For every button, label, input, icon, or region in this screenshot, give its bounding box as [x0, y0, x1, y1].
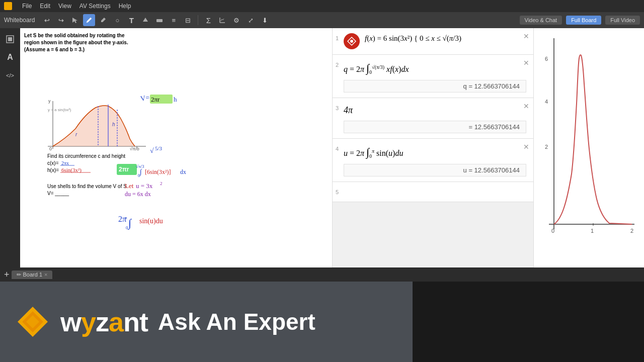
board-tab-label: Board 1	[23, 272, 43, 278]
step-2-close[interactable]: ✕	[523, 59, 529, 67]
share-button[interactable]: ⤢	[245, 14, 257, 26]
step-number-3: 3	[336, 105, 339, 111]
left-sidebar: A </>	[0, 28, 20, 267]
highlight-button[interactable]	[139, 14, 151, 26]
menu-file[interactable]: File	[22, 3, 32, 10]
sidebar-board-icon[interactable]	[3, 32, 17, 46]
eraser-button[interactable]	[153, 14, 166, 26]
sigma-button[interactable]: Σ	[202, 14, 214, 26]
svg-text:du = 6x dx: du = 6x dx	[125, 191, 151, 198]
menu-help[interactable]: Help	[119, 3, 131, 10]
brand-name: w y z a nt	[60, 306, 148, 337]
svg-text:h: h	[112, 122, 115, 127]
full-video-button[interactable]: Full Video	[605, 16, 640, 25]
step-4-close[interactable]: ✕	[523, 143, 529, 151]
svg-text:h: h	[174, 96, 177, 103]
svg-text:0: 0	[138, 173, 140, 178]
separator-1	[198, 15, 198, 25]
sidebar-a-icon[interactable]: A	[3, 50, 17, 64]
toolbar: Whiteboard ↩ ↪ ○ T ≡ ⊟ Σ ⚙ ⤢ ⬇ Video & C…	[0, 12, 644, 28]
svg-text:Let: Let	[125, 182, 134, 190]
add-board-button[interactable]: +	[4, 270, 10, 279]
svg-text:Use shells to find the volume : Use shells to find the volume V of S	[47, 184, 127, 189]
svg-text:u = 3x: u = 3x	[136, 182, 153, 190]
branding-section: w y z a nt Ask An Expert	[0, 282, 413, 362]
svg-text:Find its circumference c and h: Find its circumference c and height	[47, 153, 125, 159]
svg-point-47	[350, 40, 353, 43]
whiteboard[interactable]: Let S be the solid obtained by rotating …	[20, 28, 332, 267]
svg-marker-1	[143, 18, 148, 22]
board-tab-1[interactable]: ✏ Board 1 ×	[12, 270, 53, 279]
svg-text:dx: dx	[180, 168, 186, 175]
svg-text:sin(u)du: sin(u)du	[139, 217, 163, 225]
redo-button[interactable]: ↪	[55, 14, 67, 26]
graph-button[interactable]	[216, 14, 228, 26]
board-tab-close[interactable]: ×	[44, 272, 47, 278]
svg-text:[6sin(3x²)]: [6sin(3x²)]	[145, 168, 171, 175]
step-card-4: 4 ✕ u = 2π ∫0π sin(u)du u = 12.566370614…	[333, 139, 533, 182]
svg-text:y: y	[48, 99, 51, 104]
step-1-close[interactable]: ✕	[523, 32, 529, 40]
step-card-2: 2 ✕ q = 2π ∫0√(π/3) xf(x)dx q = 12.56637…	[333, 55, 533, 98]
settings-button[interactable]: ⚙	[230, 14, 243, 26]
svg-text:4: 4	[544, 99, 547, 105]
svg-text:2πr: 2πr	[151, 96, 160, 103]
svg-text:∫: ∫	[127, 217, 132, 230]
step-number-2: 2	[336, 62, 339, 68]
svg-marker-0	[6, 4, 11, 9]
svg-text:2: 2	[630, 228, 633, 234]
menu-edit[interactable]: Edit	[40, 3, 50, 10]
video-chat-button[interactable]: Video & Chat	[520, 16, 562, 25]
svg-text:√π/b: √π/b	[130, 146, 139, 151]
svg-text:h(x)=: h(x)=	[47, 167, 59, 173]
circle-button[interactable]: ○	[111, 14, 123, 26]
step-header-1: f(x) = 6 sin(3x²) { 0 ≤ x ≤ √(π/3) ✕	[344, 33, 526, 49]
svg-text:1: 1	[590, 228, 593, 234]
svg-text:y = a sin(bx²): y = a sin(bx²)	[48, 108, 71, 112]
svg-text:√: √	[150, 147, 154, 154]
lines2-button[interactable]: ⊟	[182, 14, 194, 26]
svg-text:V= _____: V= _____	[47, 191, 69, 196]
sidebar-code-icon[interactable]: </>	[3, 68, 17, 82]
download-button[interactable]: ⬇	[259, 14, 271, 26]
full-board-button[interactable]: Full Board	[566, 16, 601, 25]
undo-button[interactable]: ↩	[41, 14, 53, 26]
step-number-5: 5	[336, 189, 339, 195]
svg-text:√π/3: √π/3	[136, 164, 144, 169]
svg-rect-4	[8, 37, 12, 41]
whiteboard-svg: 0 √π/b y y = a sin(bx²) r h V= 2πr h √ 5…	[20, 28, 332, 267]
svg-text:0: 0	[126, 225, 128, 230]
svg-text:2: 2	[160, 181, 163, 186]
step-card-5: 5	[333, 182, 533, 202]
wolfram-logo	[344, 33, 360, 49]
step-card-1: 1 f(x) = 6 sin(3x²) { 0 ≤ x ≤ √(π/3) ✕	[333, 28, 533, 55]
app-icon	[4, 2, 12, 10]
step-3-close[interactable]: ✕	[523, 102, 529, 110]
pencil-icon: ✏	[17, 272, 21, 278]
step-3-result: = 12.5663706144	[344, 121, 526, 133]
svg-text:c(x)=: c(x)=	[47, 160, 59, 166]
svg-text:5/3: 5/3	[155, 145, 163, 151]
graph-panel: 6 4 2 0 2 1	[533, 28, 644, 267]
menu-view[interactable]: View	[58, 3, 71, 10]
bottom-bar: + ✏ Board 1 ×	[0, 267, 644, 282]
svg-rect-2	[156, 19, 163, 22]
menu-bar: File Edit View AV Settings Help	[0, 0, 644, 12]
menu-av-settings[interactable]: AV Settings	[79, 3, 111, 10]
step-number-4: 4	[336, 146, 339, 152]
lines-button[interactable]: ≡	[168, 14, 180, 26]
svg-text:2πx: 2πx	[61, 160, 69, 166]
wyzant-diamond-logo	[15, 304, 50, 339]
svg-text:0: 0	[551, 228, 554, 234]
marker-button[interactable]	[97, 14, 109, 26]
toolbar-label: Whiteboard	[4, 17, 35, 24]
pen-button[interactable]	[83, 14, 95, 26]
ask-expert-label: Ask An Expert	[158, 308, 315, 335]
svg-text:2: 2	[544, 144, 547, 150]
svg-text:π: π	[125, 215, 127, 220]
text-button[interactable]: T	[125, 14, 137, 26]
step-card-3: 3 ✕ 4π = 12.5663706144	[333, 98, 533, 139]
cursor-button[interactable]	[69, 14, 81, 26]
svg-text:6: 6	[544, 56, 547, 62]
steps-panel: 1 f(x) = 6 sin(3x²) { 0 ≤ x ≤ √(π/3) ✕ 2…	[332, 28, 533, 267]
